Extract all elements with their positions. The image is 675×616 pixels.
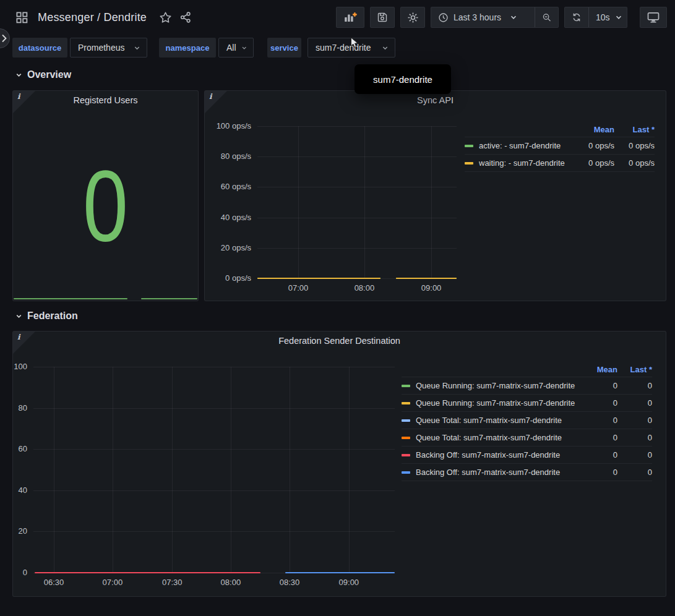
- section-federation[interactable]: Federation: [15, 309, 78, 323]
- sparkline-segment: [141, 298, 197, 299]
- sync-api-chart[interactable]: 100 ops/s80 ops/s60 ops/s40 ops/s20 ops/…: [257, 126, 457, 278]
- caret-down-icon: [510, 14, 517, 21]
- legend-header-row: MeanLast *: [465, 122, 655, 137]
- x-axis-tick-label: 09:00: [339, 578, 359, 587]
- y-axis-tick-label: 40 ops/s: [221, 213, 251, 222]
- gridline-horizontal: [257, 156, 457, 157]
- caret-down-icon: [615, 14, 622, 21]
- series-label[interactable]: Queue Total: sum7-matrix-sum7-dendrite: [416, 416, 580, 425]
- y-axis-tick-label: 60 ops/s: [221, 182, 251, 191]
- info-icon: i: [17, 92, 20, 101]
- section-title: Overview: [27, 69, 71, 80]
- variable-value: All: [226, 43, 236, 53]
- variables-row: datasource Prometheus namespace All serv…: [0, 38, 675, 58]
- tooltip-text: sum7-dendrite: [373, 74, 432, 85]
- share-icon[interactable]: [176, 11, 196, 24]
- legend-row: Queue Running: sum7-matrix-sum7-dendrite…: [402, 395, 652, 412]
- navbar: Messenger / Dendrite Last 3 hours: [0, 0, 675, 35]
- legend-row: active: - sum7-dendrite0 ops/s0 ops/s: [465, 137, 655, 155]
- gridline-vertical: [231, 367, 231, 573]
- add-panel-button[interactable]: [336, 7, 364, 28]
- refresh-icon: [572, 12, 582, 23]
- legend-header-spacer: [402, 368, 410, 370]
- dashboard-settings-button[interactable]: [400, 7, 425, 28]
- zoom-out-button[interactable]: [535, 7, 558, 27]
- legend-value: 0 ops/s: [614, 158, 655, 168]
- series-label[interactable]: active: - sum7-dendrite: [479, 141, 571, 150]
- legend-value: 0 ops/s: [571, 158, 614, 168]
- series-color-swatch: [402, 454, 410, 456]
- caret-down-icon: [382, 45, 389, 51]
- legend-value: 0: [580, 450, 617, 460]
- legend-column-last[interactable]: Last *: [617, 365, 652, 374]
- time-range-button[interactable]: Last 3 hours: [431, 7, 535, 27]
- legend-value: 0: [580, 433, 617, 442]
- legend-header-row: MeanLast *: [402, 362, 652, 377]
- apps-icon[interactable]: [12, 12, 32, 24]
- series-label[interactable]: waiting: - sum7-dendrite: [479, 158, 571, 168]
- section-overview[interactable]: Overview: [15, 67, 71, 82]
- gridline-vertical: [431, 126, 432, 278]
- x-axis-tick-label: 06:30: [44, 578, 64, 587]
- refresh-interval-button[interactable]: 10s: [588, 7, 629, 27]
- legend-column-last[interactable]: Last *: [614, 125, 655, 134]
- variable-dropdown-service[interactable]: sum7-dendrite: [307, 38, 395, 58]
- series-label[interactable]: Queue Running: sum7-matrix-sum7-dendrite: [416, 398, 580, 408]
- series-label[interactable]: Queue Running: sum7-matrix-sum7-dendrite: [416, 381, 580, 390]
- y-axis-tick-label: 20: [19, 526, 27, 536]
- stat-sparkline: [14, 298, 197, 299]
- save-dashboard-button[interactable]: [370, 7, 395, 28]
- gridline-horizontal: [33, 367, 395, 367]
- grafana-dashboard: Messenger / Dendrite Last 3 hours: [0, 0, 675, 616]
- refresh-button[interactable]: [565, 7, 588, 27]
- federation-sender-chart[interactable]: 10080604020006:3007:0007:3008:0008:3009:…: [33, 367, 395, 573]
- caret-down-icon: [134, 45, 140, 51]
- legend-value: 0 ops/s: [614, 141, 655, 150]
- sync-api-legend: MeanLast *active: - sum7-dendrite0 ops/s…: [465, 122, 655, 172]
- variable-label-namespace: namespace: [159, 38, 216, 58]
- legend-column-mean[interactable]: Mean: [580, 365, 617, 374]
- gridline-horizontal: [33, 449, 395, 450]
- legend-column-mean[interactable]: Mean: [571, 125, 614, 134]
- y-axis-tick-label: 80 ops/s: [221, 152, 251, 161]
- gridline-horizontal: [33, 408, 395, 409]
- y-axis-tick-label: 80: [19, 403, 27, 413]
- panel-title[interactable]: Registerd Users: [13, 95, 198, 105]
- star-icon[interactable]: [155, 11, 176, 24]
- gridline-vertical: [172, 367, 173, 573]
- variable-dropdown-datasource[interactable]: Prometheus: [70, 38, 147, 58]
- legend-value: 0: [580, 416, 617, 425]
- gridline-vertical: [364, 126, 365, 278]
- y-axis-tick-label: 60: [19, 444, 27, 453]
- series-line: [35, 572, 260, 573]
- legend-value: 0: [580, 468, 617, 477]
- legend-row: Queue Running: sum7-matrix-sum7-dendrite…: [402, 377, 652, 395]
- series-label[interactable]: Backing Off: sum7-matrix-sum7-dendrite: [416, 450, 580, 460]
- breadcrumb[interactable]: Messenger / Dendrite: [38, 11, 147, 24]
- legend-row: waiting: - sum7-dendrite0 ops/s0 ops/s: [465, 155, 655, 172]
- legend-row: Backing Off: sum7-matrix-sum7-dendrite00: [402, 447, 652, 464]
- variable-value: Prometheus: [78, 43, 124, 53]
- series-label[interactable]: Queue Total: sum7-matrix-sum7-dendrite: [416, 433, 580, 442]
- x-axis-tick-label: 07:00: [103, 578, 123, 587]
- info-icon: i: [209, 92, 212, 101]
- legend-value: 0: [617, 450, 652, 460]
- x-axis-tick-label: 09:00: [421, 283, 442, 293]
- gridline-vertical: [349, 367, 350, 573]
- kiosk-mode-button[interactable]: [640, 7, 667, 28]
- panel-title[interactable]: Sync API: [205, 95, 666, 105]
- y-axis-tick-label: 0 ops/s: [225, 273, 251, 283]
- variable-dropdown-namespace[interactable]: All: [218, 38, 254, 58]
- legend-value: 0: [617, 398, 652, 408]
- federation-sender-legend: MeanLast *Queue Running: sum7-matrix-sum…: [402, 362, 652, 481]
- panel-add-icon: [343, 11, 357, 24]
- gridline-horizontal: [257, 126, 457, 127]
- legend-row: Backing Off: sum7-matrix-sum7-dendrite00: [402, 464, 652, 481]
- gridline-horizontal: [33, 490, 395, 491]
- series-label[interactable]: Backing Off: sum7-matrix-sum7-dendrite: [416, 468, 580, 477]
- panel-title[interactable]: Federation Sender Destination: [13, 336, 666, 346]
- gridline-horizontal: [257, 187, 457, 187]
- time-range-label: Last 3 hours: [454, 12, 501, 22]
- refresh-picker: 10s: [564, 7, 627, 28]
- series-line: [285, 572, 395, 573]
